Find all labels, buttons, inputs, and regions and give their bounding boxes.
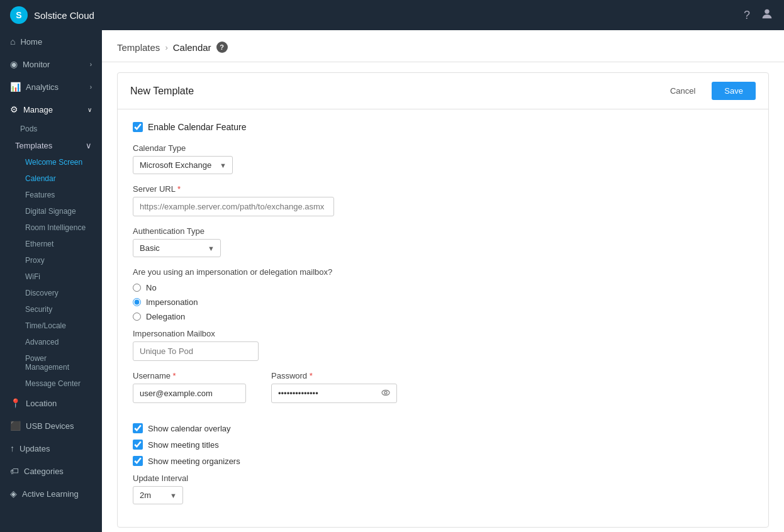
sidebar-item-categories[interactable]: 🏷 Categories bbox=[0, 460, 102, 482]
show-meeting-titles-checkbox[interactable] bbox=[133, 440, 143, 450]
monitor-chevron: › bbox=[90, 61, 92, 68]
sidebar-sub-welcome-screen[interactable]: Welcome Screen bbox=[0, 154, 102, 170]
sidebar-item-analytics[interactable]: 📊 Analytics › bbox=[0, 75, 102, 98]
manage-icon: ⚙ bbox=[10, 104, 18, 114]
sidebar-sub-time-locale[interactable]: Time/Locale bbox=[0, 318, 102, 334]
svg-point-2 bbox=[384, 391, 387, 394]
breadcrumb: Templates › Calendar ? bbox=[102, 30, 784, 62]
calendar-type-select[interactable]: Microsoft Exchange Office 365 Google Cal… bbox=[133, 156, 233, 174]
save-button[interactable]: Save bbox=[712, 82, 756, 100]
layout: ⌂ Home ◉ Monitor › 📊 Analytics › ⚙ Manag… bbox=[0, 30, 784, 532]
sidebar-item-usb-devices[interactable]: ⬛ USB Devices bbox=[0, 414, 102, 437]
impersonation-mailbox-group: Impersonation Mailbox bbox=[133, 329, 753, 361]
password-visibility-toggle[interactable] bbox=[381, 387, 391, 399]
svg-point-0 bbox=[764, 9, 769, 13]
sidebar-sub-pods[interactable]: Pods bbox=[0, 121, 102, 137]
form-body: Enable Calendar Feature Calendar Type Mi… bbox=[118, 109, 768, 527]
analytics-icon: 📊 bbox=[10, 82, 21, 92]
breadcrumb-help-icon[interactable]: ? bbox=[216, 42, 228, 53]
password-wrapper bbox=[271, 384, 397, 403]
update-interval-label: Update Interval bbox=[133, 474, 753, 483]
auth-type-select[interactable]: Basic NTLM OAuth bbox=[133, 239, 221, 257]
calendar-type-group: Calendar Type Microsoft Exchange Office … bbox=[133, 143, 753, 174]
auth-type-label: Authentication Type bbox=[133, 226, 753, 236]
updates-icon: ↑ bbox=[10, 443, 14, 453]
app-title: Solstice Cloud bbox=[34, 10, 94, 21]
auth-type-select-wrapper: Basic NTLM OAuth ▼ bbox=[133, 239, 221, 257]
username-input[interactable] bbox=[133, 384, 246, 403]
server-url-input[interactable] bbox=[133, 197, 334, 216]
radio-impersonation[interactable] bbox=[133, 298, 141, 306]
calendar-type-label: Calendar Type bbox=[133, 143, 753, 153]
mailbox-question: Are you using an impersonation or delega… bbox=[133, 267, 753, 277]
sidebar-sub-ethernet[interactable]: Ethernet bbox=[0, 236, 102, 252]
radio-no-row: No bbox=[133, 283, 753, 292]
sidebar-sub-templates[interactable]: Templates ∨ bbox=[0, 137, 102, 154]
sidebar-sub-advanced[interactable]: Advanced bbox=[0, 334, 102, 350]
app-logo: S bbox=[10, 6, 28, 24]
show-calendar-overlay-label[interactable]: Show calendar overlay bbox=[148, 424, 231, 433]
sidebar-sub-discovery[interactable]: Discovery bbox=[0, 285, 102, 301]
credentials-row: Username * Password * bbox=[133, 371, 753, 413]
server-url-label: Server URL * bbox=[133, 184, 753, 194]
monitor-icon: ◉ bbox=[10, 59, 18, 69]
sidebar-sub-features[interactable]: Features bbox=[0, 187, 102, 203]
templates-chevron: ∨ bbox=[86, 141, 92, 150]
impersonation-mailbox-label: Impersonation Mailbox bbox=[133, 329, 753, 338]
enable-calendar-checkbox[interactable] bbox=[133, 122, 143, 132]
sidebar-sub-message-center[interactable]: Message Center bbox=[0, 375, 102, 392]
password-input[interactable] bbox=[271, 384, 397, 403]
update-interval-select[interactable]: 1m 2m 5m 10m 15m 30m bbox=[133, 486, 183, 504]
radio-impersonation-label[interactable]: Impersonation bbox=[146, 297, 198, 307]
sidebar: ⌂ Home ◉ Monitor › 📊 Analytics › ⚙ Manag… bbox=[0, 30, 102, 532]
sidebar-sub-calendar[interactable]: Calendar bbox=[0, 170, 102, 187]
breadcrumb-separator: › bbox=[165, 43, 167, 52]
sidebar-item-home[interactable]: ⌂ Home bbox=[0, 30, 102, 53]
sidebar-sub-security[interactable]: Security bbox=[0, 301, 102, 318]
show-meeting-organizers-checkbox[interactable] bbox=[133, 456, 143, 466]
sidebar-item-updates[interactable]: ↑ Updates bbox=[0, 437, 102, 460]
mailbox-question-group: Are you using an impersonation or delega… bbox=[133, 267, 753, 361]
sidebar-item-location[interactable]: 📍 Location bbox=[0, 392, 102, 414]
username-group: Username * bbox=[133, 371, 259, 403]
sidebar-item-monitor[interactable]: ◉ Monitor › bbox=[0, 53, 102, 75]
radio-no[interactable] bbox=[133, 284, 141, 292]
cancel-button[interactable]: Cancel bbox=[660, 82, 705, 100]
sidebar-item-active-learning[interactable]: ◈ Active Learning bbox=[0, 482, 102, 505]
sidebar-sub-power-management[interactable]: Power Management bbox=[0, 350, 102, 375]
sidebar-sub-digital-signage[interactable]: Digital Signage bbox=[0, 203, 102, 219]
sidebar-item-manage[interactable]: ⚙ Manage ∨ bbox=[0, 98, 102, 121]
usb-icon: ⬛ bbox=[10, 421, 21, 431]
show-calendar-overlay-row: Show calendar overlay bbox=[133, 423, 753, 433]
categories-icon: 🏷 bbox=[10, 466, 19, 476]
show-meeting-titles-label[interactable]: Show meeting titles bbox=[148, 440, 219, 450]
radio-delegation-label[interactable]: Delegation bbox=[146, 312, 185, 321]
sidebar-sub-room-intelligence[interactable]: Room Intelligence bbox=[0, 219, 102, 236]
user-icon[interactable] bbox=[760, 7, 774, 24]
impersonation-mailbox-input[interactable] bbox=[133, 341, 259, 361]
topbar-left: S Solstice Cloud bbox=[10, 6, 94, 24]
svg-point-1 bbox=[382, 390, 389, 395]
calendar-type-select-wrapper: Microsoft Exchange Office 365 Google Cal… bbox=[133, 156, 233, 174]
password-label: Password * bbox=[271, 371, 397, 380]
show-meeting-organizers-label[interactable]: Show meeting organizers bbox=[148, 457, 240, 466]
radio-impersonation-row: Impersonation bbox=[133, 297, 753, 307]
home-icon: ⌂ bbox=[10, 36, 15, 47]
password-required: * bbox=[310, 371, 313, 380]
enable-calendar-row: Enable Calendar Feature bbox=[133, 122, 753, 132]
radio-delegation-row: Delegation bbox=[133, 312, 753, 321]
help-icon[interactable]: ? bbox=[744, 9, 750, 22]
radio-delegation[interactable] bbox=[133, 313, 141, 321]
show-calendar-overlay-checkbox[interactable] bbox=[133, 423, 143, 433]
show-meeting-titles-row: Show meeting titles bbox=[133, 440, 753, 450]
breadcrumb-templates-link[interactable]: Templates bbox=[117, 42, 160, 53]
enable-calendar-label[interactable]: Enable Calendar Feature bbox=[148, 122, 246, 132]
update-interval-group: Update Interval 1m 2m 5m 10m 15m 30m ▼ bbox=[133, 474, 753, 504]
location-icon: 📍 bbox=[10, 398, 21, 408]
sidebar-sub-wifi[interactable]: WiFi bbox=[0, 269, 102, 285]
server-url-required: * bbox=[177, 184, 181, 194]
radio-no-label[interactable]: No bbox=[146, 283, 157, 292]
username-required: * bbox=[173, 371, 176, 380]
form-title: New Template bbox=[130, 86, 194, 97]
sidebar-sub-proxy[interactable]: Proxy bbox=[0, 252, 102, 269]
